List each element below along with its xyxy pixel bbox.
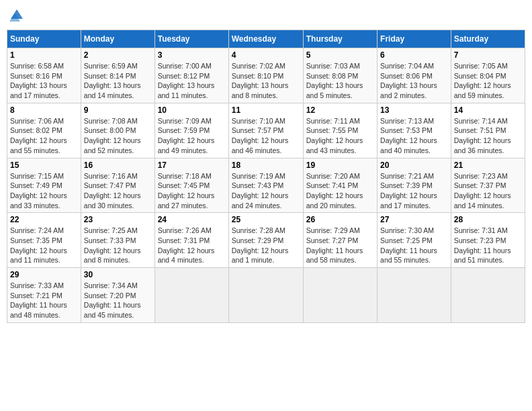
column-header-tuesday: Tuesday	[154, 30, 228, 48]
day-cell: 19Sunrise: 7:20 AMSunset: 7:41 PMDayligh…	[303, 158, 377, 213]
day-cell: 11Sunrise: 7:10 AMSunset: 7:57 PMDayligh…	[228, 103, 303, 158]
week-row-1: 1Sunrise: 6:58 AMSunset: 8:16 PMDaylight…	[7, 48, 525, 103]
day-info: Sunrise: 7:26 AMSunset: 7:31 PMDaylight:…	[158, 226, 226, 265]
day-info: Sunrise: 7:34 AMSunset: 7:20 PMDaylight:…	[84, 281, 152, 320]
day-info: Sunrise: 7:08 AMSunset: 8:00 PMDaylight:…	[84, 116, 152, 156]
day-cell: 12Sunrise: 7:11 AMSunset: 7:55 PMDayligh…	[303, 103, 377, 158]
calendar-table: SundayMondayTuesdayWednesdayThursdayFrid…	[7, 30, 525, 323]
day-number: 10	[158, 105, 226, 115]
day-cell: 25Sunrise: 7:28 AMSunset: 7:29 PMDayligh…	[228, 213, 303, 268]
day-number: 17	[158, 161, 226, 170]
day-cell: 17Sunrise: 7:18 AMSunset: 7:45 PMDayligh…	[154, 158, 228, 213]
day-number: 29	[10, 270, 78, 279]
day-number: 13	[380, 105, 448, 115]
day-cell: 14Sunrise: 7:14 AMSunset: 7:51 PMDayligh…	[451, 103, 525, 158]
column-header-sunday: Sunday	[7, 30, 81, 48]
column-header-saturday: Saturday	[451, 30, 525, 48]
day-number: 11	[232, 105, 300, 115]
day-info: Sunrise: 7:00 AMSunset: 8:12 PMDaylight:…	[158, 61, 226, 101]
day-info: Sunrise: 7:19 AMSunset: 7:43 PMDaylight:…	[232, 171, 300, 211]
day-number: 2	[84, 50, 152, 60]
day-number: 30	[84, 270, 152, 279]
day-cell: 29Sunrise: 7:33 AMSunset: 7:21 PMDayligh…	[7, 268, 81, 323]
page-header	[7, 7, 525, 24]
day-info: Sunrise: 7:04 AMSunset: 8:06 PMDaylight:…	[380, 61, 448, 101]
day-cell	[228, 268, 303, 323]
day-info: Sunrise: 7:30 AMSunset: 7:25 PMDaylight:…	[380, 226, 448, 265]
day-cell: 23Sunrise: 7:25 AMSunset: 7:33 PMDayligh…	[81, 213, 154, 268]
day-info: Sunrise: 7:16 AMSunset: 7:47 PMDaylight:…	[84, 171, 152, 211]
day-cell: 1Sunrise: 6:58 AMSunset: 8:16 PMDaylight…	[7, 48, 81, 103]
day-number: 5	[306, 50, 374, 60]
week-row-3: 15Sunrise: 7:15 AMSunset: 7:49 PMDayligh…	[7, 158, 525, 213]
day-info: Sunrise: 7:02 AMSunset: 8:10 PMDaylight:…	[232, 61, 300, 101]
day-cell: 15Sunrise: 7:15 AMSunset: 7:49 PMDayligh…	[7, 158, 81, 213]
day-number: 1	[10, 50, 78, 60]
column-header-wednesday: Wednesday	[228, 30, 303, 48]
day-number: 8	[10, 105, 78, 115]
day-cell: 28Sunrise: 7:31 AMSunset: 7:23 PMDayligh…	[451, 213, 525, 268]
day-cell	[154, 268, 228, 323]
day-cell: 7Sunrise: 7:05 AMSunset: 8:04 PMDaylight…	[451, 48, 525, 103]
day-info: Sunrise: 7:29 AMSunset: 7:27 PMDaylight:…	[306, 226, 374, 265]
day-cell	[451, 268, 525, 323]
day-cell: 22Sunrise: 7:24 AMSunset: 7:35 PMDayligh…	[7, 213, 81, 268]
day-cell: 24Sunrise: 7:26 AMSunset: 7:31 PMDayligh…	[154, 213, 228, 268]
day-info: Sunrise: 6:59 AMSunset: 8:14 PMDaylight:…	[84, 61, 152, 101]
logo-icon	[9, 7, 24, 21]
day-cell: 13Sunrise: 7:13 AMSunset: 7:53 PMDayligh…	[378, 103, 451, 158]
day-number: 25	[232, 215, 300, 224]
day-cell: 18Sunrise: 7:19 AMSunset: 7:43 PMDayligh…	[228, 158, 303, 213]
day-number: 26	[306, 215, 374, 224]
day-info: Sunrise: 7:13 AMSunset: 7:53 PMDaylight:…	[380, 116, 448, 156]
day-number: 9	[84, 105, 152, 115]
column-header-thursday: Thursday	[303, 30, 377, 48]
day-info: Sunrise: 7:11 AMSunset: 7:55 PMDaylight:…	[306, 116, 374, 156]
day-number: 4	[232, 50, 300, 60]
day-number: 24	[158, 215, 226, 224]
day-info: Sunrise: 7:33 AMSunset: 7:21 PMDaylight:…	[10, 281, 78, 320]
day-number: 7	[454, 50, 522, 60]
day-number: 6	[380, 50, 448, 60]
day-cell: 30Sunrise: 7:34 AMSunset: 7:20 PMDayligh…	[81, 268, 154, 323]
day-info: Sunrise: 7:05 AMSunset: 8:04 PMDaylight:…	[454, 61, 522, 101]
day-number: 20	[380, 161, 448, 170]
day-cell: 21Sunrise: 7:23 AMSunset: 7:37 PMDayligh…	[451, 158, 525, 213]
day-info: Sunrise: 7:14 AMSunset: 7:51 PMDaylight:…	[454, 116, 522, 156]
day-info: Sunrise: 7:25 AMSunset: 7:33 PMDaylight:…	[84, 226, 152, 265]
logo	[9, 7, 26, 24]
day-number: 28	[454, 215, 522, 224]
day-cell: 4Sunrise: 7:02 AMSunset: 8:10 PMDaylight…	[228, 48, 303, 103]
day-cell: 10Sunrise: 7:09 AMSunset: 7:59 PMDayligh…	[154, 103, 228, 158]
day-number: 23	[84, 215, 152, 224]
day-number: 21	[454, 161, 522, 170]
week-row-5: 29Sunrise: 7:33 AMSunset: 7:21 PMDayligh…	[7, 268, 525, 323]
day-info: Sunrise: 7:18 AMSunset: 7:45 PMDaylight:…	[158, 171, 226, 211]
column-header-monday: Monday	[81, 30, 154, 48]
day-info: Sunrise: 7:24 AMSunset: 7:35 PMDaylight:…	[10, 226, 78, 265]
day-number: 27	[380, 215, 448, 224]
day-number: 14	[454, 105, 522, 115]
day-cell	[303, 268, 377, 323]
day-number: 19	[306, 161, 374, 170]
week-row-4: 22Sunrise: 7:24 AMSunset: 7:35 PMDayligh…	[7, 213, 525, 268]
header-row: SundayMondayTuesdayWednesdayThursdayFrid…	[7, 30, 525, 48]
day-info: Sunrise: 7:03 AMSunset: 8:08 PMDaylight:…	[306, 61, 374, 101]
day-cell: 6Sunrise: 7:04 AMSunset: 8:06 PMDaylight…	[378, 48, 451, 103]
day-cell	[378, 268, 451, 323]
day-cell: 26Sunrise: 7:29 AMSunset: 7:27 PMDayligh…	[303, 213, 377, 268]
week-row-2: 8Sunrise: 7:06 AMSunset: 8:02 PMDaylight…	[7, 103, 525, 158]
day-number: 22	[10, 215, 78, 224]
day-number: 12	[306, 105, 374, 115]
day-number: 3	[158, 50, 226, 60]
day-info: Sunrise: 7:20 AMSunset: 7:41 PMDaylight:…	[306, 171, 374, 211]
day-cell: 16Sunrise: 7:16 AMSunset: 7:47 PMDayligh…	[81, 158, 154, 213]
day-cell: 8Sunrise: 7:06 AMSunset: 8:02 PMDaylight…	[7, 103, 81, 158]
day-info: Sunrise: 7:10 AMSunset: 7:57 PMDaylight:…	[232, 116, 300, 156]
day-info: Sunrise: 7:15 AMSunset: 7:49 PMDaylight:…	[10, 171, 78, 211]
day-number: 18	[232, 161, 300, 170]
day-info: Sunrise: 7:31 AMSunset: 7:23 PMDaylight:…	[454, 226, 522, 265]
day-info: Sunrise: 7:28 AMSunset: 7:29 PMDaylight:…	[232, 226, 300, 265]
day-info: Sunrise: 6:58 AMSunset: 8:16 PMDaylight:…	[10, 61, 78, 101]
day-cell: 2Sunrise: 6:59 AMSunset: 8:14 PMDaylight…	[81, 48, 154, 103]
